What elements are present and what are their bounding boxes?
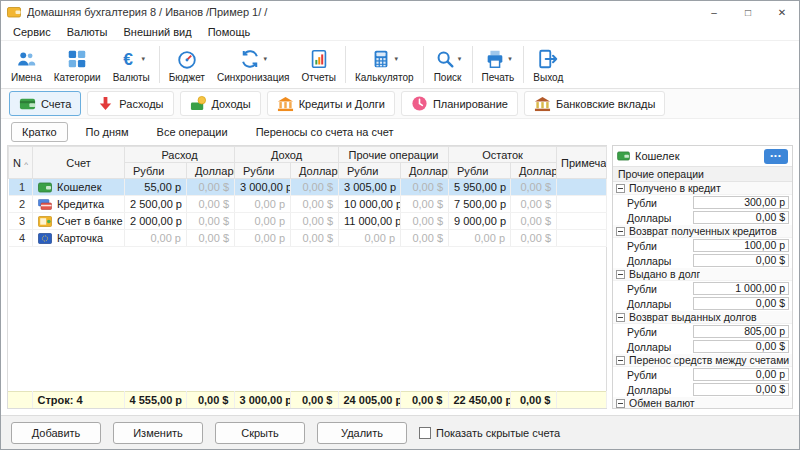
panel-row: Доллары0,00 $: [613, 382, 792, 397]
panel-value-rub[interactable]: 300,00 р: [693, 196, 789, 209]
panel-header: Кошелек •••: [613, 146, 792, 166]
panel-section-header[interactable]: Возврат полученных кредитов: [613, 225, 792, 238]
menu-service[interactable]: Сервис: [5, 25, 59, 39]
panel-value-usd[interactable]: 0,00 $: [693, 383, 789, 396]
add-button[interactable]: Добавить: [11, 422, 101, 444]
dropdown-arrow-icon[interactable]: ▾: [141, 55, 145, 62]
subtab-transfers[interactable]: Переносы со счета на счет: [246, 123, 404, 141]
panel-section-header[interactable]: Возврат выданных долгов: [613, 311, 792, 324]
calculator-button[interactable]: ▾ Калькулятор: [349, 43, 420, 87]
delete-button[interactable]: Удалить: [317, 422, 407, 444]
panel-section-header[interactable]: Перенос средств между счетами: [613, 354, 792, 367]
show-hidden-accounts-checkbox[interactable]: Показать скрытые счета: [419, 427, 560, 439]
dropdown-arrow-icon[interactable]: ▾: [394, 55, 398, 62]
maximize-icon[interactable]: □: [731, 1, 765, 23]
app-window: Домашняя бухгалтерия 8 / Иванов /Пример …: [0, 0, 800, 450]
accounts-table: N ^ Счет Расход Доход Прочие операции Ос…: [7, 145, 607, 409]
col-header-expense-usd[interactable]: Доллары: [187, 163, 235, 179]
sort-asc-icon: ^: [24, 160, 28, 169]
view-tab-bar: Кратко По дням Все операции Переносы со …: [1, 119, 799, 145]
table-row[interactable]: 3 Счет в банке 2 000,00 р 0,00 $ 0,00 р …: [9, 213, 607, 230]
people-icon: [15, 48, 37, 70]
action-bar: Добавить Изменить Скрыть Удалить Показат…: [1, 415, 799, 449]
print-button[interactable]: ▾ Печать: [476, 43, 521, 87]
wallet-icon: [617, 151, 630, 161]
dropdown-arrow-icon[interactable]: ▾: [458, 55, 462, 62]
tab-expenses[interactable]: Расходы: [87, 91, 173, 116]
tab-deposits[interactable]: Банковские вклады: [524, 91, 665, 116]
col-header-income-usd[interactable]: Доллары: [291, 163, 339, 179]
sync-button[interactable]: ▾ Синхронизация: [211, 43, 295, 87]
collapse-icon[interactable]: [616, 313, 625, 322]
account-name: Счет в банке: [57, 215, 123, 227]
collapse-icon[interactable]: [616, 184, 625, 193]
tab-planning[interactable]: Планирование: [401, 91, 518, 116]
gauge-icon: [176, 48, 198, 70]
more-options-button[interactable]: •••: [764, 149, 788, 164]
panel-row: Доллары0,00 $: [613, 210, 792, 225]
col-header-balance-usd[interactable]: Доллары: [511, 163, 557, 179]
hide-button[interactable]: Скрыть: [215, 422, 305, 444]
tab-accounts[interactable]: Счета: [9, 91, 81, 116]
panel-section-header[interactable]: Обмен валют: [613, 397, 792, 409]
panel-value-usd[interactable]: 0,00 $: [693, 211, 789, 224]
checkbox-icon[interactable]: [419, 427, 431, 439]
col-header-n[interactable]: N ^: [9, 147, 33, 179]
dropdown-arrow-icon[interactable]: ▾: [508, 55, 512, 62]
edit-button[interactable]: Изменить: [113, 422, 203, 444]
col-header-other-rub[interactable]: Рубли: [339, 163, 401, 179]
tab-income[interactable]: Доходы: [180, 91, 261, 116]
table-row[interactable]: 1 Кошелек 55,00 р 0,00 $ 3 000,00 р 0,00…: [9, 179, 607, 196]
exit-button[interactable]: Выход: [527, 43, 569, 87]
panel-value-usd[interactable]: 0,00 $: [693, 297, 789, 310]
col-header-account[interactable]: Счет: [33, 147, 125, 179]
dropdown-arrow-icon[interactable]: ▾: [263, 55, 267, 62]
title-bar: Домашняя бухгалтерия 8 / Иванов /Пример …: [1, 1, 799, 23]
names-button[interactable]: Имена: [5, 43, 48, 87]
col-header-balance[interactable]: Остаток: [449, 147, 557, 163]
panel-section-header[interactable]: Получено в кредит: [613, 182, 792, 195]
panel-value-usd[interactable]: 0,00 $: [693, 340, 789, 353]
col-header-note[interactable]: Примечание: [557, 147, 607, 179]
col-header-expense-rub[interactable]: Рубли: [125, 163, 187, 179]
currencies-button[interactable]: €▾ Валюты: [107, 43, 156, 87]
categories-label: Категории: [54, 72, 101, 83]
credit-card-icon: [38, 199, 52, 210]
wallet-icon: [19, 95, 36, 112]
col-header-income[interactable]: Доход: [235, 147, 339, 163]
col-header-other-usd[interactable]: Доллары: [401, 163, 449, 179]
bank-card-icon: [38, 233, 52, 244]
table-row[interactable]: 4 Карточка 0,00 р 0,00 $ 0,00 р 0,00 $ 0…: [9, 230, 607, 247]
toolbar-separator: [345, 46, 346, 83]
panel-section-header[interactable]: Выдано в долг: [613, 268, 792, 281]
panel-value-rub[interactable]: 0,00 р: [693, 368, 789, 381]
categories-button[interactable]: Категории: [48, 43, 107, 87]
subtab-by-days[interactable]: По дням: [76, 123, 139, 141]
collapse-icon[interactable]: [616, 399, 625, 408]
budget-button[interactable]: Бюджет: [163, 43, 211, 87]
col-header-expense[interactable]: Расход: [125, 147, 235, 163]
close-icon[interactable]: ✕: [765, 1, 799, 23]
currency-icon: €: [117, 48, 139, 70]
subtab-brief[interactable]: Кратко: [11, 122, 68, 142]
menu-currencies[interactable]: Валюты: [59, 25, 116, 39]
panel-value-rub[interactable]: 100,00 р: [693, 239, 789, 252]
minimize-icon[interactable]: –: [697, 1, 731, 23]
reports-button[interactable]: Отчеты: [295, 43, 342, 87]
table-row[interactable]: 2 Кредитка 2 500,00 р 0,00 $ 0,00 р 0,00…: [9, 196, 607, 213]
menu-appearance[interactable]: Внешний вид: [116, 25, 200, 39]
col-header-income-rub[interactable]: Рубли: [235, 163, 291, 179]
panel-section-label: Прочие операции: [613, 166, 792, 182]
col-header-other[interactable]: Прочие операции: [339, 147, 449, 163]
col-header-balance-rub[interactable]: Рубли: [449, 163, 511, 179]
tab-credits[interactable]: Кредиты и Долги: [267, 91, 395, 116]
search-button[interactable]: ▾ Поиск: [427, 43, 469, 87]
collapse-icon[interactable]: [616, 270, 625, 279]
panel-value-usd[interactable]: 0,00 $: [693, 254, 789, 267]
collapse-icon[interactable]: [616, 227, 625, 236]
panel-value-rub[interactable]: 805,00 р: [693, 325, 789, 338]
collapse-icon[interactable]: [616, 356, 625, 365]
subtab-all-operations[interactable]: Все операции: [147, 123, 238, 141]
panel-value-rub[interactable]: 1 000,00 р: [693, 282, 789, 295]
menu-help[interactable]: Помощь: [200, 25, 259, 39]
